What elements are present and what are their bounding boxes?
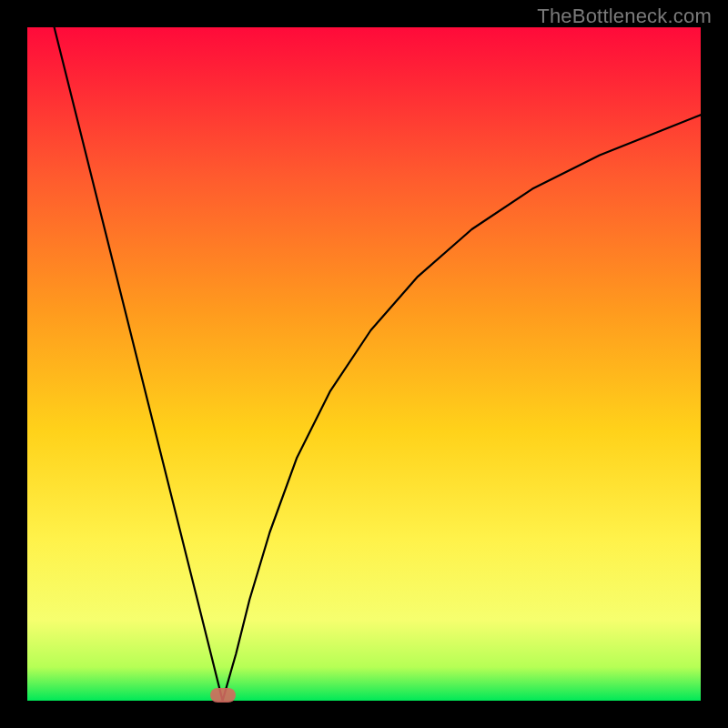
plot-svg	[27, 27, 701, 701]
plot-area	[27, 27, 701, 701]
optimal-marker	[210, 688, 236, 703]
chart-root: { "watermark": "TheBottleneck.com", "gra…	[0, 0, 728, 728]
watermark-text: TheBottleneck.com	[537, 5, 712, 28]
gradient-rect	[27, 27, 701, 701]
